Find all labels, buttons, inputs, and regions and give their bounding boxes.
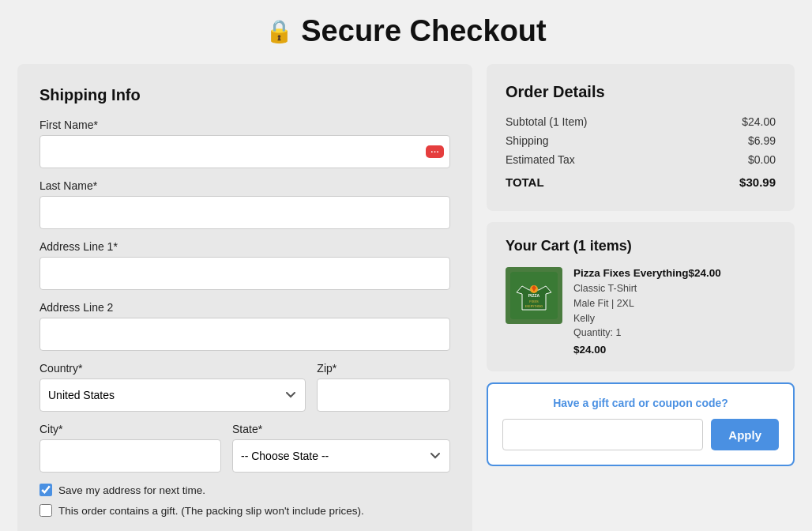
svg-text:PIZZA: PIZZA bbox=[528, 293, 540, 298]
state-label: State* bbox=[232, 423, 450, 435]
first-name-input[interactable] bbox=[39, 135, 450, 168]
city-label: City* bbox=[39, 423, 221, 435]
total-value: $30.99 bbox=[739, 175, 776, 189]
cart-item-image: PIZZA FIXES EVERYTHING bbox=[506, 267, 562, 324]
order-details-title: Order Details bbox=[506, 83, 776, 101]
shipping-panel: Shipping Info First Name* ··· Last Name*… bbox=[17, 64, 472, 531]
total-label: TOTAL bbox=[506, 175, 544, 189]
save-address-row: Save my address for next time. bbox=[39, 484, 450, 496]
cart-item-details: Pizza Fixes Everything$24.00 Classic T-S… bbox=[573, 267, 776, 356]
tshirt-icon: PIZZA FIXES EVERYTHING bbox=[510, 272, 558, 319]
shipping-row: Shipping $6.99 bbox=[506, 134, 776, 147]
gift-label[interactable]: This order contains a gift. (The packing… bbox=[58, 505, 364, 517]
shipping-section-title: Shipping Info bbox=[39, 86, 450, 104]
cart-item-fit: Male Fit | 2XL bbox=[573, 296, 776, 311]
svg-text:EVERYTHING: EVERYTHING bbox=[525, 305, 543, 308]
state-select[interactable]: -- Choose State -- Alabama Alaska Arizon… bbox=[232, 439, 450, 473]
save-address-label[interactable]: Save my address for next time. bbox=[58, 484, 205, 496]
zip-label: Zip* bbox=[317, 362, 450, 375]
address1-input[interactable] bbox=[39, 257, 450, 290]
subtotal-value: $24.00 bbox=[742, 115, 776, 128]
address1-group: Address Line 1* bbox=[39, 240, 450, 290]
apply-button[interactable]: Apply bbox=[711, 419, 779, 450]
coupon-title: Have a gift card or coupon code? bbox=[502, 397, 779, 409]
order-details-box: Order Details Subtotal (1 Item) $24.00 S… bbox=[487, 64, 795, 211]
cart-item-color: Kelly bbox=[573, 311, 776, 326]
right-panel: Order Details Subtotal (1 Item) $24.00 S… bbox=[487, 64, 795, 531]
coupon-row: Apply bbox=[502, 419, 779, 450]
save-address-checkbox[interactable] bbox=[39, 484, 52, 496]
first-name-label: First Name* bbox=[39, 119, 450, 131]
shipping-value: $6.99 bbox=[748, 134, 776, 147]
address2-label: Address Line 2 bbox=[39, 301, 450, 314]
cart-item-price: $24.00 bbox=[573, 344, 776, 356]
cart-item: PIZZA FIXES EVERYTHING Pizza Fixes Every… bbox=[506, 267, 776, 356]
shipping-label: Shipping bbox=[506, 134, 549, 147]
lock-icon: 🔒 bbox=[265, 18, 293, 44]
cart-box: Your Cart (1 items) PIZZA FIXES EVERYTHI… bbox=[487, 222, 795, 371]
page-header: 🔒 Secure Checkout bbox=[0, 0, 812, 64]
last-name-input[interactable] bbox=[39, 196, 450, 229]
state-group: State* -- Choose State -- Alabama Alaska… bbox=[232, 423, 450, 473]
subtotal-label: Subtotal (1 Item) bbox=[506, 115, 588, 128]
tax-label: Estimated Tax bbox=[506, 153, 575, 166]
address2-group: Address Line 2 bbox=[39, 301, 450, 351]
country-group: Country* United States Canada United Kin… bbox=[39, 362, 306, 412]
svg-text:FIXES: FIXES bbox=[529, 299, 539, 303]
country-zip-row: Country* United States Canada United Kin… bbox=[39, 362, 450, 423]
gift-checkbox[interactable] bbox=[39, 504, 52, 517]
coupon-box: Have a gift card or coupon code? Apply bbox=[487, 382, 795, 466]
zip-group: Zip* bbox=[317, 362, 450, 412]
tax-row: Estimated Tax $0.00 bbox=[506, 153, 776, 166]
city-state-row: City* State* -- Choose State -- Alabama … bbox=[39, 423, 450, 484]
cart-item-style: Classic T-Shirt bbox=[573, 281, 776, 296]
subtotal-row: Subtotal (1 Item) $24.00 bbox=[506, 115, 776, 128]
autofill-badge: ··· bbox=[426, 145, 444, 158]
cart-item-name: Pizza Fixes Everything$24.00 bbox=[573, 267, 776, 279]
last-name-group: Last Name* bbox=[39, 179, 450, 229]
address2-input[interactable] bbox=[39, 318, 450, 351]
tax-value: $0.00 bbox=[748, 153, 776, 166]
page-title: Secure Checkout bbox=[301, 14, 546, 48]
cart-title: Your Cart (1 items) bbox=[506, 238, 776, 254]
country-label: Country* bbox=[39, 362, 306, 375]
zip-input[interactable] bbox=[317, 378, 450, 412]
country-select[interactable]: United States Canada United Kingdom Aust… bbox=[39, 378, 306, 412]
cart-item-quantity: Quantity: 1 bbox=[573, 326, 776, 341]
city-input[interactable] bbox=[39, 439, 221, 473]
gift-row: This order contains a gift. (The packing… bbox=[39, 504, 450, 517]
address1-label: Address Line 1* bbox=[39, 240, 450, 253]
total-row: TOTAL $30.99 bbox=[506, 172, 776, 189]
first-name-group: First Name* ··· bbox=[39, 119, 450, 168]
coupon-input[interactable] bbox=[502, 419, 703, 450]
last-name-label: Last Name* bbox=[39, 179, 450, 192]
city-group: City* bbox=[39, 423, 221, 473]
